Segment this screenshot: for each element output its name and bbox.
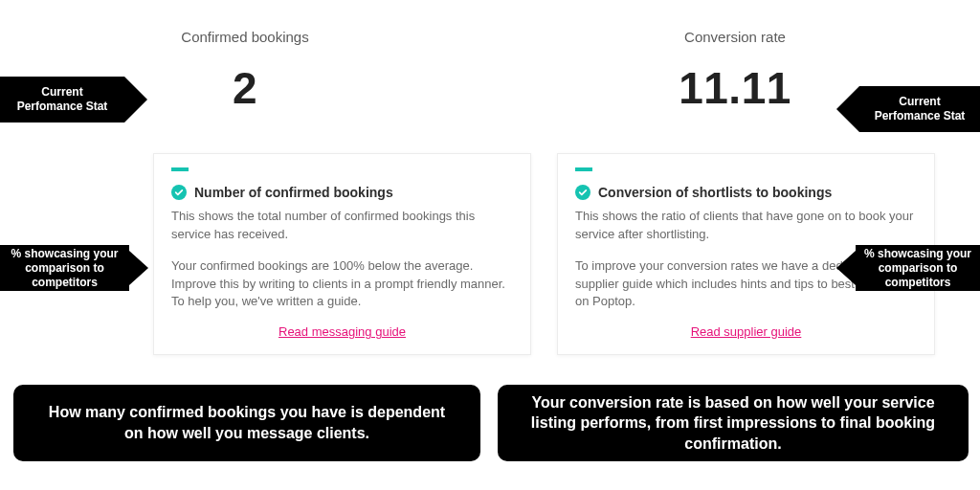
card-paragraph: Your confirmed bookings are 100% below t…: [171, 257, 513, 312]
stage: Confirmed bookings 2 Number of confirmed…: [0, 0, 980, 490]
card-paragraph: This shows the ratio of clients that hav…: [575, 208, 917, 244]
annotation-arrow: % showcasing your comparison to competit…: [0, 245, 129, 291]
caption-text: How many confirmed bookings you have is …: [38, 402, 456, 443]
card-heading-row: Conversion of shortlists to bookings: [575, 185, 917, 200]
card-heading: Conversion of shortlists to bookings: [598, 185, 832, 200]
info-card-bookings: Number of confirmed bookings This shows …: [153, 153, 531, 355]
annotation-text: % showcasing your comparison to competit…: [0, 241, 129, 296]
annotation-text: % showcasing your comparison to competit…: [856, 241, 980, 296]
annotation-arrow: % showcasing your comparison to competit…: [856, 245, 980, 291]
annotation-arrow: Current Perfomance Stat: [859, 86, 980, 132]
accent-bar: [171, 167, 189, 171]
annotation-text: Current Perfomance Stat: [859, 89, 980, 129]
check-icon: [575, 185, 590, 200]
stat-title: Confirmed bookings: [0, 29, 490, 45]
annotation-arrow: Current Perfomance Stat: [0, 77, 124, 122]
read-messaging-guide-link[interactable]: Read messaging guide: [171, 324, 513, 339]
card-paragraph: This shows the total number of confirmed…: [171, 208, 513, 244]
annotation-text: Current Perfomance Stat: [0, 79, 124, 120]
accent-bar: [575, 167, 592, 171]
caption-text: Your conversion rate is based on how wel…: [523, 392, 944, 455]
card-body: This shows the total number of confirmed…: [171, 208, 513, 311]
read-supplier-guide-link[interactable]: Read supplier guide: [575, 324, 917, 339]
card-heading-row: Number of confirmed bookings: [171, 185, 513, 200]
caption-bar: How many confirmed bookings you have is …: [13, 385, 480, 461]
stat-title: Conversion rate: [490, 29, 980, 45]
check-icon: [171, 185, 187, 200]
caption-bar: Your conversion rate is based on how wel…: [498, 385, 969, 461]
card-heading: Number of confirmed bookings: [194, 185, 393, 200]
